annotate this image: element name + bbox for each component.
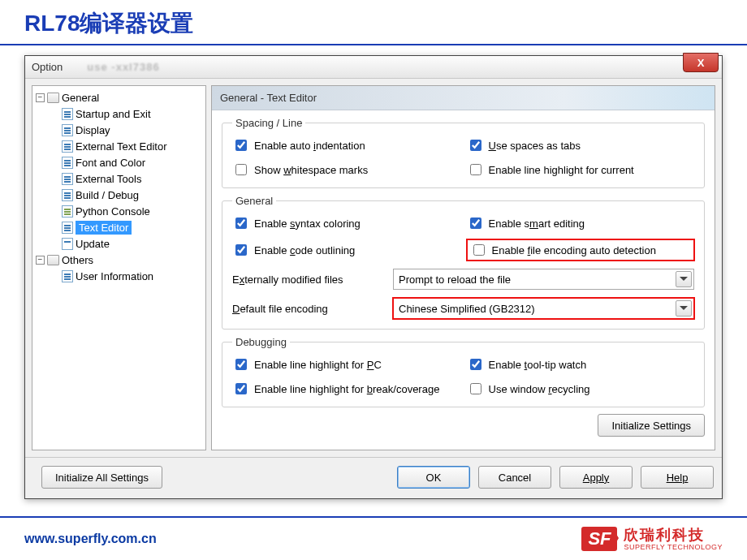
checkbox[interactable] — [235, 218, 247, 229]
page-icon — [62, 140, 73, 153]
titlebar-shadow: use -xxl7386 — [87, 61, 159, 73]
tree-item-ext-tools[interactable]: External Tools — [49, 170, 204, 187]
checkbox[interactable] — [235, 383, 247, 394]
checkbox[interactable] — [235, 140, 247, 151]
tree-node-others[interactable]: − Others — [34, 252, 204, 268]
tree-item-startup[interactable]: Startup and Exit — [49, 106, 204, 122]
detail-header: General - Text Editor — [212, 86, 715, 110]
collapse-icon[interactable]: − — [36, 256, 45, 265]
chk-encoding-auto[interactable]: Enable file encoding auto detection — [467, 239, 695, 261]
folder-icon — [47, 255, 59, 265]
checkbox[interactable] — [473, 244, 485, 256]
label-default-encoding: Default file encoding — [232, 303, 386, 315]
tree-item-text-editor[interactable]: Text Editor — [49, 219, 204, 235]
tree-item-update[interactable]: Update — [49, 235, 204, 252]
chk-window-recycling[interactable]: Use window recycling — [467, 381, 695, 397]
dialog-footer: Initialize All Settings OK Cancel Apply … — [25, 457, 722, 498]
titlebar-text: Option — [32, 61, 63, 73]
page-icon — [62, 124, 73, 136]
group-debugging: Debugging Enable line highlight for PC E… — [222, 336, 705, 407]
page-icon — [62, 270, 73, 282]
chk-outline[interactable]: Enable code outlining — [232, 242, 460, 258]
cancel-button[interactable]: Cancel — [478, 466, 551, 489]
tree-item-font[interactable]: Font and Color — [49, 154, 204, 170]
checkbox[interactable] — [470, 164, 481, 175]
checkbox[interactable] — [235, 359, 247, 370]
chk-highlight-break[interactable]: Enable line highlight for break/coverage — [232, 381, 460, 397]
collapse-icon[interactable]: − — [36, 93, 45, 102]
page-icon — [62, 173, 73, 185]
tree-item-display[interactable]: Display — [49, 122, 204, 138]
logo-en: SUPERFLY TECHNOLOGY — [624, 544, 723, 551]
tree-item-build[interactable]: Build / Debug — [49, 187, 204, 203]
help-button[interactable]: Help — [641, 466, 714, 489]
logo-cn: 欣瑞利科技 — [624, 528, 723, 542]
chk-whitespace[interactable]: Show whitespace marks — [232, 162, 460, 178]
footer-url: www.superfly.com.cn — [24, 532, 157, 546]
page-icon — [62, 157, 73, 169]
group-spacing: Spacing / Line Enable auto indentation U… — [222, 117, 705, 188]
combo-value: Chinese Simplified (GB2312) — [399, 303, 535, 315]
dialog-body: − General Startup and Exit Display Exter… — [25, 79, 722, 457]
close-button[interactable]: X — [683, 53, 719, 72]
checkbox[interactable] — [235, 244, 247, 256]
option-dialog: Option use -xxl7386 X − General Startup … — [24, 55, 723, 499]
tree-item-ext-editor[interactable]: External Text Editor — [49, 138, 204, 154]
slide-title: RL78编译器设置 — [0, 0, 747, 45]
chk-spaces-tabs[interactable]: Use spaces as tabs — [467, 137, 695, 153]
checkbox[interactable] — [470, 140, 481, 151]
initialize-settings-button[interactable]: Initialize Settings — [598, 414, 705, 437]
checkbox[interactable] — [470, 359, 481, 370]
chevron-down-icon[interactable] — [676, 271, 692, 287]
combo-value: Prompt to reload the file — [399, 274, 511, 286]
page-icon — [62, 222, 73, 234]
slide-footer: www.superfly.com.cn SF 欣瑞利科技 SUPERFLY TE… — [0, 516, 747, 560]
logo: SF 欣瑞利科技 SUPERFLY TECHNOLOGY — [581, 527, 723, 551]
titlebar: Option use -xxl7386 X — [25, 56, 722, 79]
page-icon — [62, 205, 73, 218]
page-icon — [62, 108, 73, 120]
chk-syntax[interactable]: Enable syntax coloring — [232, 215, 460, 231]
tree-label: Others — [62, 254, 93, 266]
folder-icon — [47, 93, 59, 103]
chk-tooltip-watch[interactable]: Enable tool-tip watch — [467, 356, 695, 373]
initialize-all-button[interactable]: Initialize All Settings — [41, 466, 162, 489]
tree-item-python[interactable]: Python Console — [49, 203, 204, 219]
chk-line-highlight-current[interactable]: Enable line highlight for current — [467, 162, 695, 178]
ok-button[interactable]: OK — [397, 466, 470, 489]
tree-node-general[interactable]: − General — [34, 89, 204, 106]
page-icon — [62, 189, 73, 201]
checkbox[interactable] — [235, 164, 247, 175]
chk-auto-indent[interactable]: Enable auto indentation — [232, 137, 460, 153]
group-legend: General — [232, 195, 276, 207]
logo-badge-icon: SF — [581, 527, 617, 551]
tree-item-userinfo[interactable]: User Information — [49, 268, 204, 284]
tree-label: General — [62, 92, 99, 104]
apply-button[interactable]: Apply — [559, 466, 633, 489]
label-ext-modified: Externally modified files — [232, 274, 386, 286]
group-general: General Enable syntax coloring Enable sm… — [222, 195, 705, 330]
combo-default-encoding[interactable]: Chinese Simplified (GB2312) — [393, 298, 694, 319]
chk-smart[interactable]: Enable smart editing — [467, 215, 695, 231]
page-icon — [62, 238, 73, 250]
chevron-down-icon[interactable] — [676, 300, 692, 317]
combo-ext-modified[interactable]: Prompt to reload the file — [393, 269, 694, 290]
close-icon: X — [697, 57, 705, 69]
group-legend: Spacing / Line — [232, 117, 305, 129]
category-tree[interactable]: − General Startup and Exit Display Exter… — [32, 85, 206, 450]
chk-highlight-pc[interactable]: Enable line highlight for PC — [232, 356, 460, 373]
detail-pane: General - Text Editor Spacing / Line Ena… — [211, 85, 715, 450]
checkbox[interactable] — [470, 218, 481, 229]
group-legend: Debugging — [232, 336, 290, 348]
checkbox[interactable] — [470, 383, 481, 394]
